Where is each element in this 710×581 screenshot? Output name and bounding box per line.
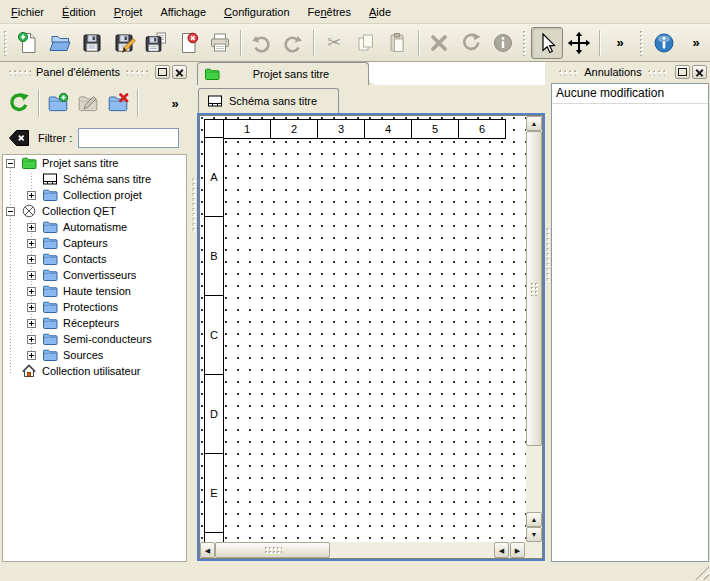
panel-toolbar-overflow-button[interactable]: » <box>160 88 190 118</box>
menu-edition[interactable]: Édition <box>53 3 105 21</box>
diagram-canvas[interactable]: 123456 ABCDE <box>200 116 526 542</box>
float-dock-button[interactable] <box>155 65 170 79</box>
tree-item-collection-qet[interactable]: Collection QET <box>3 203 186 219</box>
save-as-button[interactable] <box>108 27 140 59</box>
expand-toggle[interactable] <box>27 223 36 232</box>
tab-projet-sans-titre[interactable]: Projet sans titre <box>197 62 369 85</box>
diagram-view: 123456 ABCDE ▲ ▲ ▼ ◀ ◀ ▶ <box>197 113 545 561</box>
horizontal-scroll-thumb[interactable] <box>215 542 330 558</box>
dock-drag-handle[interactable] <box>558 69 579 76</box>
tree-item-label: Contacts <box>63 253 106 265</box>
expand-toggle[interactable] <box>27 351 36 360</box>
tree-item-projet-sans-titre[interactable]: Projet sans titre <box>3 155 186 171</box>
collapse-toggle[interactable] <box>6 159 15 168</box>
move-icon <box>567 31 591 55</box>
tree-item-automatisme[interactable]: Automatisme <box>3 219 186 235</box>
scroll-up-button[interactable]: ▲ <box>526 116 542 131</box>
dock-drag-handle[interactable] <box>8 69 31 76</box>
horizontal-scrollbar[interactable]: ◀ ◀ ▶ <box>200 542 526 558</box>
scroll-up-button-2[interactable]: ▲ <box>526 512 542 527</box>
menu-affichage[interactable]: Affichage <box>151 3 215 21</box>
menu-fenetres[interactable]: Fenêtres <box>299 3 360 21</box>
tree-item-capteurs[interactable]: Capteurs <box>3 235 186 251</box>
expand-toggle[interactable] <box>27 319 36 328</box>
scroll-left-button[interactable]: ◀ <box>200 542 215 558</box>
expand-toggle[interactable] <box>27 271 36 280</box>
close-dock-button[interactable] <box>692 65 707 79</box>
expand-toggle[interactable] <box>27 287 36 296</box>
save-button[interactable] <box>76 27 108 59</box>
project-tabbar: Projet sans titre <box>197 62 545 85</box>
collapse-toggle[interactable] <box>6 207 15 216</box>
toolbar-separator <box>240 30 241 56</box>
tree-item-label: Sources <box>63 349 103 361</box>
tree-item-schema-sans-titre[interactable]: Schéma sans titre <box>3 171 186 187</box>
new-file-icon <box>16 31 40 55</box>
new-category-button[interactable] <box>43 88 73 118</box>
overflow-icon: » <box>171 97 178 110</box>
expand-toggle[interactable] <box>27 255 36 264</box>
tree-item-contacts[interactable]: Contacts <box>3 251 186 267</box>
project-properties-button[interactable] <box>648 27 680 59</box>
menu-fichier[interactable]: Fichier <box>2 3 53 21</box>
close-button[interactable] <box>172 27 204 59</box>
tree-item-protections[interactable]: Protections <box>3 299 186 315</box>
vertical-scroll-thumb[interactable] <box>526 131 542 446</box>
redo-button <box>277 27 309 59</box>
tree-item-collection-projet[interactable]: Collection projet <box>3 187 186 203</box>
dock-drag-handle[interactable] <box>647 69 668 76</box>
menu-aide[interactable]: Aide <box>360 3 400 21</box>
tree-item-convertisseurs[interactable]: Convertisseurs <box>3 267 186 283</box>
delete-category-button[interactable] <box>103 88 133 118</box>
left-dock-titlebar: Panel d'éléments <box>0 62 190 82</box>
tab-schema-sans-titre[interactable]: Schéma sans titre <box>198 88 339 113</box>
toolbar-drag-handle[interactable] <box>3 30 8 56</box>
selection-mode-button[interactable] <box>531 27 563 59</box>
tree-item-collection-utilisateur[interactable]: Collection utilisateur <box>3 363 186 379</box>
tree-item-haute-tension[interactable]: Haute tension <box>3 283 186 299</box>
menu-projet[interactable]: Projet <box>105 3 152 21</box>
toolbar-group: » <box>519 24 636 61</box>
folder-delete-icon <box>106 91 130 115</box>
clear-filter-icon[interactable] <box>7 126 31 150</box>
tree-item-sources[interactable]: Sources <box>3 347 186 363</box>
tree-item-semi-conducteurs[interactable]: Semi-conducteurs <box>3 331 186 347</box>
toolbar-overflow-button[interactable]: » <box>604 27 636 59</box>
folder-new-icon <box>46 91 70 115</box>
open-button[interactable] <box>44 27 76 59</box>
pan-mode-button[interactable] <box>563 27 595 59</box>
row-header-d: D <box>204 374 224 454</box>
toolbar-overflow-2-button[interactable]: » <box>680 27 710 59</box>
folder-blue-icon <box>42 347 58 363</box>
column-header-3: 3 <box>317 119 365 139</box>
scrollbar-corner <box>526 542 542 558</box>
float-dock-button[interactable] <box>675 65 690 79</box>
scroll-down-button[interactable]: ▼ <box>526 527 542 542</box>
toolbar-drag-handle[interactable] <box>639 30 644 56</box>
expand-toggle[interactable] <box>27 335 36 344</box>
edit-category-button <box>73 88 103 118</box>
tree-item-label: Collection utilisateur <box>42 365 140 377</box>
scroll-right-button[interactable]: ▶ <box>510 542 525 558</box>
resize-grip[interactable] <box>695 566 709 580</box>
delete-icon <box>427 31 451 55</box>
undo-list-item[interactable]: Aucune modification <box>552 84 708 104</box>
scroll-left-button-2[interactable]: ◀ <box>494 542 509 558</box>
expand-toggle[interactable] <box>27 239 36 248</box>
expand-toggle[interactable] <box>27 303 36 312</box>
dock-drag-handle[interactable] <box>125 69 148 76</box>
left-splitter[interactable] <box>190 62 197 563</box>
reload-collections-button[interactable] <box>4 88 34 118</box>
menu-configuration[interactable]: Configuration <box>215 3 298 21</box>
tree-item-recepteurs[interactable]: Récepteurs <box>3 315 186 331</box>
open-file-icon <box>48 31 72 55</box>
filter-input[interactable] <box>78 128 179 148</box>
close-dock-button[interactable] <box>172 65 187 79</box>
new-button[interactable] <box>12 27 44 59</box>
toolbar-drag-handle[interactable] <box>522 30 527 56</box>
overflow-icon: » <box>616 36 623 49</box>
vertical-scrollbar[interactable]: ▲ ▲ ▼ <box>526 116 542 542</box>
save-all-button[interactable] <box>140 27 172 59</box>
print-button[interactable] <box>204 27 236 59</box>
expand-toggle[interactable] <box>27 191 36 200</box>
